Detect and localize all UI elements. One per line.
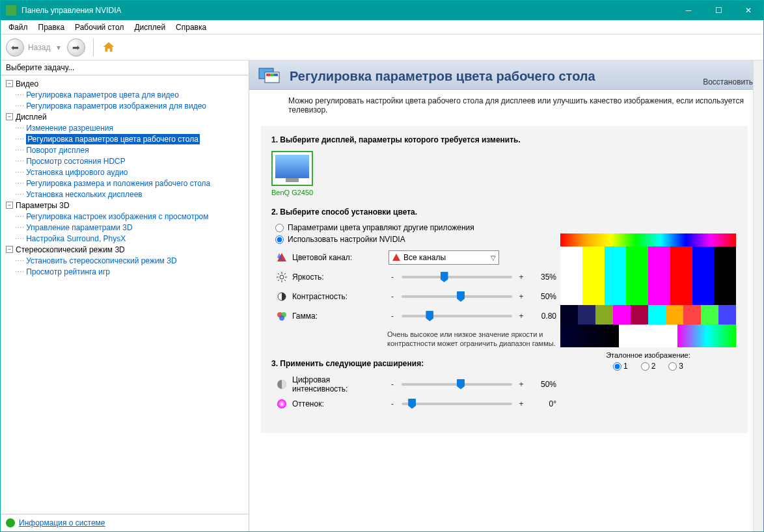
channel-select[interactable]: Все каналы ▽	[389, 250, 499, 265]
system-info-link[interactable]: Информация о системе	[19, 518, 105, 527]
ref-radio-3[interactable]: 3	[668, 362, 683, 371]
tree-group-label[interactable]: Стереоскопический режим 3D	[16, 245, 125, 254]
tree-toggle-icon[interactable]: −	[6, 80, 13, 87]
tree-item[interactable]: ····Просмотр состояния HDCP	[11, 155, 246, 166]
tree-toggle-icon[interactable]: −	[6, 113, 13, 120]
ref-radio-1[interactable]: 1	[613, 362, 628, 371]
tree-toggle-icon[interactable]: −	[6, 246, 13, 253]
tree-group-label[interactable]: Видео	[16, 79, 38, 88]
tree-dots: ····	[15, 257, 25, 264]
tree-item[interactable]: ····Регулировка размера и положения рабо…	[11, 178, 246, 189]
tree-item-link[interactable]: Установить стереоскопический режим 3D	[26, 256, 176, 265]
tree-item-link[interactable]: Просмотр состояния HDCP	[26, 157, 126, 166]
tree-item[interactable]: ····Установка нескольких дисплеев	[11, 189, 246, 200]
close-button[interactable]: ✕	[733, 1, 763, 20]
tree-item-link[interactable]: Изменение разрешения	[26, 124, 113, 133]
restore-link[interactable]: Восстановить	[703, 77, 753, 86]
vibrance-icon	[277, 379, 287, 390]
tree-item-link[interactable]: Регулировка параметров цвета рабочего ст…	[26, 134, 200, 144]
section-select-display: 1. Выберите дисплей, параметры которого …	[271, 135, 737, 197]
channel-label: Цветовой канал:	[292, 253, 383, 262]
forward-button[interactable]: ➡	[67, 38, 85, 57]
tree-item-link[interactable]: Установка цифрового аудио	[26, 168, 128, 177]
tree-item[interactable]: ····Регулировка настроек изображения с п…	[11, 211, 246, 222]
vibrance-thumb[interactable]	[457, 379, 465, 390]
main-scrollbar[interactable]	[753, 60, 763, 531]
reference-image	[560, 233, 736, 347]
minimize-button[interactable]: ─	[674, 1, 703, 20]
ref-radio-2[interactable]: 2	[641, 362, 656, 371]
contrast-thumb[interactable]	[457, 291, 465, 302]
tree-item-link[interactable]: Настройка Surround, PhysX	[26, 234, 126, 243]
nvidia-icon	[6, 5, 16, 16]
vibrance-label: Цифровая интенсивность:	[292, 375, 383, 393]
monitor-tile[interactable]: BenQ G2450	[271, 151, 313, 196]
contrast-icon	[277, 291, 287, 302]
back-label: Назад	[28, 43, 50, 52]
vibrance-value: 50%	[530, 380, 556, 389]
svg-point-20	[279, 315, 284, 321]
tree-item-link[interactable]: Регулировка размера и положения рабочего…	[26, 179, 210, 188]
brightness-slider[interactable]	[402, 276, 512, 278]
tree-item[interactable]: ····Установка цифрового аудио	[11, 166, 246, 178]
gamma-slider[interactable]	[402, 315, 512, 317]
hue-slider[interactable]	[402, 403, 512, 405]
radio-other-apps-input[interactable]	[275, 224, 284, 232]
vibrance-slider[interactable]	[402, 383, 512, 386]
reference-label: Эталонное изображение:	[560, 351, 736, 359]
tree-item[interactable]: ····Настройка Surround, PhysX	[11, 233, 246, 244]
tree-item-link[interactable]: Установка нескольких дисплеев	[26, 190, 143, 199]
tree-toggle-icon[interactable]: −	[6, 202, 13, 209]
tree-dots: ····	[15, 168, 25, 176]
menu-desktop[interactable]: Рабочий стол	[71, 21, 128, 33]
contrast-slider[interactable]	[402, 295, 512, 298]
back-button[interactable]: ⬅	[6, 38, 24, 57]
tree-item[interactable]: ····Регулировка параметров цвета для вид…	[11, 89, 246, 100]
tree-item-link[interactable]: Регулировка настроек изображения с просм…	[26, 212, 208, 221]
tree-dots: ····	[15, 235, 25, 242]
row-hue: Оттенок: - + 0°	[277, 394, 737, 414]
tree-dots: ····	[15, 91, 25, 98]
menu-display[interactable]: Дисплей	[130, 21, 169, 33]
maximize-button[interactable]: ☐	[703, 1, 733, 20]
tree-item-link[interactable]: Регулировка параметров изображения для в…	[26, 101, 206, 111]
tree-item[interactable]: ····Управление параметрами 3D	[11, 222, 246, 233]
radio-other-apps[interactable]: Параметрами цвета управляют другие прило…	[275, 223, 737, 232]
menu-help[interactable]: Справка	[172, 21, 210, 33]
toolbar-divider	[93, 38, 94, 57]
main-header: Регулировка параметров цвета рабочего ст…	[249, 60, 763, 90]
contrast-value: 50%	[530, 292, 556, 301]
tree-item[interactable]: ····Поворот дисплея	[11, 144, 246, 155]
tree-item-link[interactable]: Просмотр рейтинга игр	[26, 267, 110, 276]
reference-radios: 1 2 3	[560, 362, 736, 371]
svg-line-13	[278, 273, 279, 274]
brightness-thumb[interactable]	[441, 272, 448, 282]
hue-value: 0°	[530, 399, 556, 408]
tree-item[interactable]: ····Регулировка параметров цвета рабочег…	[11, 133, 246, 144]
tree-item-link[interactable]: Управление параметрами 3D	[26, 223, 133, 232]
contrast-label: Контрастность:	[292, 292, 383, 301]
radio-other-apps-label: Параметрами цвета управляют другие прило…	[288, 223, 474, 232]
tree-item-link[interactable]: Регулировка параметров цвета для видео	[26, 90, 179, 100]
back-dropdown-icon[interactable]: ▾	[57, 43, 61, 52]
menu-edit[interactable]: Правка	[34, 21, 69, 33]
brightness-plus: +	[517, 273, 525, 282]
tree-dots: ····	[15, 180, 25, 187]
gamma-value: 0.80	[530, 312, 556, 321]
hue-thumb[interactable]	[408, 399, 416, 409]
tree-item[interactable]: ····Изменение разрешения	[11, 122, 246, 133]
home-icon[interactable]	[102, 40, 116, 55]
tree-item[interactable]: ····Регулировка параметров изображения д…	[11, 100, 246, 111]
tree-item[interactable]: ····Просмотр рейтинга игр	[11, 266, 246, 277]
tree-item[interactable]: ····Установить стереоскопический режим 3…	[11, 255, 246, 266]
menu-file[interactable]: Файл	[5, 21, 32, 33]
tree-group-label[interactable]: Дисплей	[16, 113, 47, 122]
chevron-down-icon: ▽	[491, 254, 496, 261]
tree-group-label[interactable]: Параметры 3D	[16, 201, 70, 210]
page-description: Можно регулировать настройки цвета рабоч…	[249, 90, 763, 122]
gamma-thumb[interactable]	[426, 311, 433, 321]
main-panel: Регулировка параметров цвета рабочего ст…	[249, 60, 763, 531]
sidebar-header: Выберите задачу...	[1, 60, 249, 75]
radio-nvidia-input[interactable]	[275, 235, 284, 244]
tree-item-link[interactable]: Поворот дисплея	[26, 146, 89, 155]
